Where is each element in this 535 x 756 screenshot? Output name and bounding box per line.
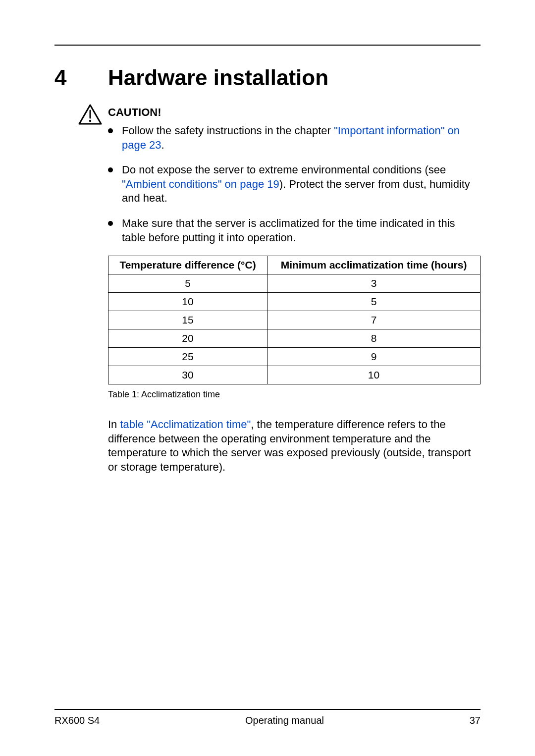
table-cell: 30 (108, 366, 268, 384)
table-header-row: Temperature difference (°C) Minimum accl… (108, 256, 481, 274)
table-cell: 5 (108, 274, 268, 293)
svg-point-2 (89, 120, 91, 122)
table-header-col2: Minimum acclimatization time (hours) (268, 256, 481, 274)
caution-bullet-1: Follow the safety instructions in the ch… (108, 124, 481, 152)
table-cell: 25 (108, 348, 268, 366)
caution-block: CAUTION! Follow the safety instructions … (108, 104, 481, 475)
table-cell: 8 (268, 329, 481, 348)
link-table-acclimatization[interactable]: table "Acclimatization time" (120, 418, 251, 431)
caution-bullet-3: Make sure that the server is acclimatize… (108, 216, 481, 245)
table-cell: 20 (108, 329, 268, 348)
top-rule (54, 45, 481, 46)
bullet-2-text-a: Do not expose the server to extreme envi… (122, 163, 446, 176)
explain-a: In (108, 418, 120, 431)
table-row: 105 (108, 293, 481, 311)
bullet-1-text-b: . (161, 139, 164, 151)
chapter-title-text: Hardware installation (108, 65, 328, 90)
table-row: 53 (108, 274, 481, 293)
table-cell: 15 (108, 311, 268, 329)
footer-center: Operating manual (245, 715, 324, 726)
footer-rule (54, 709, 481, 710)
table-cell: 5 (268, 293, 481, 311)
caution-icon (78, 104, 102, 127)
table-cell: 10 (268, 366, 481, 384)
caution-bullets: Follow the safety instructions in the ch… (108, 124, 481, 245)
chapter-number: 4 (54, 65, 108, 90)
acclimatization-table: Temperature difference (°C) Minimum accl… (108, 256, 481, 384)
caution-heading: CAUTION! (108, 106, 481, 119)
table-row: 208 (108, 329, 481, 348)
link-ambient-conditions[interactable]: "Ambient conditions" on page 19 (122, 178, 279, 190)
bullet-1-text-a: Follow the safety instructions in the ch… (122, 124, 334, 137)
table-row: 3010 (108, 366, 481, 384)
table-cell: 9 (268, 348, 481, 366)
page-footer: RX600 S4 Operating manual 37 (54, 709, 481, 726)
bullet-3-text: Make sure that the server is acclimatize… (122, 217, 455, 244)
footer-right: 37 (470, 715, 481, 726)
table-caption: Table 1: Acclimatization time (108, 389, 481, 400)
table-header-col1: Temperature difference (°C) (108, 256, 268, 274)
table-cell: 3 (268, 274, 481, 293)
explanation-paragraph: In table "Acclimatization time", the tem… (108, 418, 481, 474)
caution-bullet-2: Do not expose the server to extreme envi… (108, 163, 481, 206)
footer-left: RX600 S4 (54, 715, 100, 726)
table-cell: 7 (268, 311, 481, 329)
chapter-heading: 4Hardware installation (54, 65, 481, 90)
table-row: 259 (108, 348, 481, 366)
table-cell: 10 (108, 293, 268, 311)
page: 4Hardware installation CAUTION! Follow t… (0, 0, 535, 756)
table-row: 157 (108, 311, 481, 329)
